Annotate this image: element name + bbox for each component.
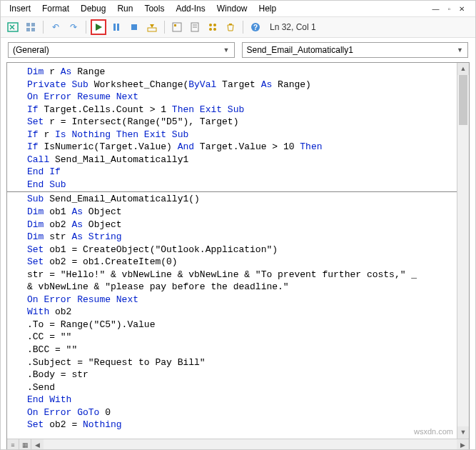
procedure-separator (7, 191, 469, 192)
help-icon[interactable]: ? (248, 19, 263, 35)
code-line[interactable]: If IsNumeric(Target.Value) And Target.Va… (27, 141, 469, 154)
separator (43, 21, 44, 34)
code-line[interactable]: Dim ob2 As Object (27, 219, 469, 231)
full-module-view-icon[interactable]: ▦ (19, 439, 31, 450)
procedure-dropdown-value: Send_Email_Automatically1 (247, 45, 353, 55)
svg-rect-9 (117, 24, 119, 31)
scroll-thumb[interactable] (459, 75, 467, 125)
code-line[interactable]: Sub Send_Email_Automatically1() (27, 193, 469, 206)
menu-tools[interactable]: Tools (138, 2, 170, 15)
stop-button[interactable] (126, 19, 142, 35)
design-mode-icon[interactable] (144, 19, 160, 35)
cursor-position: Ln 32, Col 1 (270, 22, 316, 32)
code-line[interactable]: Private Sub Worksheet_Change(ByVal Targe… (27, 79, 469, 91)
menu-bar: Insert Format Debug Run Tools Add-Ins Wi… (1, 1, 475, 16)
svg-rect-11 (148, 28, 156, 31)
scroll-down-icon[interactable]: ▼ (457, 426, 469, 439)
svg-point-21 (213, 28, 216, 31)
pause-button[interactable] (108, 19, 124, 35)
procedure-dropdown[interactable]: Send_Email_Automatically1 ▼ (242, 42, 469, 58)
object-proc-selectors: (General) ▼ Send_Email_Automatically1 ▼ (1, 38, 475, 62)
menu-help[interactable]: Help (253, 2, 282, 15)
code-line[interactable]: Dim ob1 As Object (27, 206, 469, 219)
menu-run[interactable]: Run (111, 2, 138, 15)
code-line[interactable]: With ob2 (27, 306, 469, 319)
code-line[interactable]: If Target.Cells.Count > 1 Then Exit Sub (27, 104, 469, 116)
code-line[interactable]: & vbNewLine & "please pay before the dea… (27, 281, 469, 294)
code-line[interactable]: End With (27, 394, 469, 406)
module-icon[interactable] (23, 19, 39, 35)
code-line[interactable]: Dim r As Range (27, 66, 469, 79)
code-line[interactable]: .CC = "" (27, 331, 469, 344)
code-line[interactable]: .Body = str (27, 369, 469, 381)
properties-icon[interactable] (187, 19, 203, 35)
svg-point-18 (209, 24, 212, 26)
toolbox-icon[interactable] (223, 19, 238, 35)
object-browser-icon[interactable] (205, 19, 221, 35)
svg-rect-5 (26, 28, 30, 31)
chevron-down-icon: ▼ (223, 46, 230, 54)
code-line[interactable]: .To = Range("C5").Value (27, 319, 469, 331)
code-line[interactable]: On Error Resume Next (27, 91, 469, 104)
svg-rect-10 (131, 24, 137, 30)
undo-icon[interactable]: ↶ (48, 19, 64, 35)
code-line[interactable]: .Subject = "Request to Pay Bill" (27, 356, 469, 369)
close-button[interactable]: ✕ (457, 5, 467, 13)
separator (164, 21, 165, 34)
menu-insert[interactable]: Insert (4, 2, 36, 15)
code-line[interactable]: .Send (27, 381, 469, 394)
code-content[interactable]: Dim r As RangePrivate Sub Worksheet_Chan… (7, 63, 469, 431)
code-line[interactable]: Set ob2 = Nothing (27, 419, 469, 431)
menu-debug[interactable]: Debug (75, 2, 111, 15)
code-line[interactable]: .BCC = "" (27, 344, 469, 356)
run-button[interactable] (91, 19, 106, 35)
code-line[interactable]: Set ob1 = CreateObject("Outlook.Applicat… (27, 244, 469, 256)
scroll-left-icon[interactable]: ◀ (31, 439, 44, 450)
code-line[interactable]: End If (27, 166, 469, 179)
svg-rect-8 (113, 24, 116, 31)
svg-rect-4 (31, 23, 35, 26)
object-dropdown[interactable]: (General) ▼ (8, 42, 235, 58)
window-controls: — ▫ ✕ (430, 5, 472, 13)
svg-rect-6 (31, 28, 35, 31)
excel-icon[interactable] (5, 19, 21, 35)
code-line[interactable]: On Error Resume Next (27, 294, 469, 306)
minimize-button[interactable]: — (430, 5, 441, 13)
code-line[interactable]: Call Send_Mail_Automatically1 (27, 154, 469, 166)
vertical-scrollbar[interactable]: ▲ ▼ (457, 63, 469, 439)
code-editor[interactable]: Dim r As RangePrivate Sub Worksheet_Chan… (6, 62, 470, 450)
svg-rect-14 (174, 24, 176, 26)
restore-button[interactable]: ▫ (445, 5, 452, 13)
code-line[interactable]: On Error GoTo 0 (27, 406, 469, 419)
procedure-view-icon[interactable]: ≡ (7, 439, 19, 450)
redo-icon[interactable]: ↷ (66, 19, 81, 35)
object-dropdown-value: (General) (13, 45, 49, 55)
watermark: wsxdn.com (414, 427, 453, 436)
code-line[interactable]: str = "Hello!" & vbNewLine & vbNewLine &… (27, 269, 469, 281)
code-line[interactable]: Set ob2 = ob1.CreateItem(0) (27, 256, 469, 269)
chevron-down-icon: ▼ (457, 46, 463, 54)
svg-point-20 (209, 28, 212, 31)
menu-format[interactable]: Format (36, 2, 75, 15)
code-line[interactable]: Set r = Intersect(Range("D5"), Target) (27, 116, 469, 129)
code-line[interactable]: End Sub (27, 179, 469, 191)
code-line[interactable]: Dim str As String (27, 231, 469, 244)
menu-window[interactable]: Window (211, 2, 253, 15)
svg-marker-12 (150, 24, 154, 28)
scroll-track[interactable] (44, 439, 457, 450)
scroll-right-icon[interactable]: ▶ (457, 439, 469, 450)
svg-rect-22 (229, 24, 232, 25)
svg-rect-13 (173, 23, 181, 31)
scroll-up-icon[interactable]: ▲ (457, 63, 469, 75)
menu-addins[interactable]: Add-Ins (170, 2, 211, 15)
code-line[interactable]: If r Is Nothing Then Exit Sub (27, 129, 469, 141)
horizontal-scrollbar[interactable]: ≡ ▦ ◀ ▶ (7, 439, 469, 450)
separator (243, 21, 243, 34)
project-explorer-icon[interactable] (169, 19, 185, 35)
separator (86, 21, 86, 34)
toolbar: ↶ ↷ ? Ln 32, Col 1 (1, 16, 475, 38)
svg-text:?: ? (253, 24, 258, 31)
svg-marker-7 (96, 24, 102, 31)
svg-point-19 (213, 24, 216, 26)
svg-rect-3 (26, 23, 30, 26)
